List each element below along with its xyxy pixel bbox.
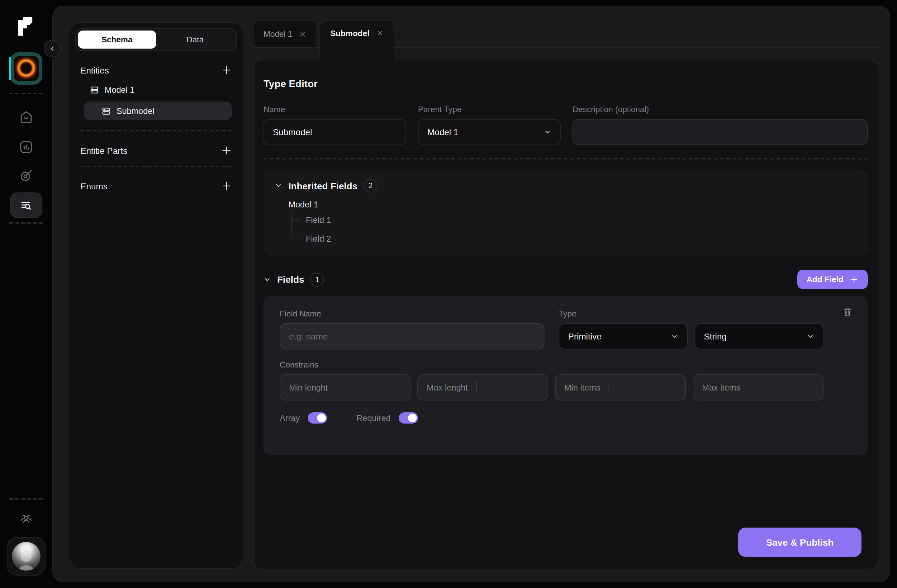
parent-type-select[interactable]: Model 1 (418, 119, 561, 145)
app-window: Schema Data Entities Model 1 (52, 6, 890, 582)
required-toggle[interactable] (399, 412, 418, 424)
type-label: Type (559, 309, 688, 318)
min-length-label: Min lenght (289, 383, 328, 392)
description-label: Description (optional) (572, 105, 868, 114)
entitie-parts-label: Entitie Parts (80, 145, 127, 155)
max-items-label: Max items (702, 383, 740, 392)
tab-label: Submodel (331, 29, 370, 38)
icon-rail (0, 0, 52, 588)
inherited-fields-tree: Field 1 Field 2 (290, 211, 857, 248)
person-silhouette-icon (12, 546, 40, 571)
chevron-down-icon[interactable] (263, 276, 271, 283)
add-enum-button[interactable] (221, 181, 232, 191)
parent-type-label: Parent Type (418, 105, 561, 114)
inherited-fields-card: Inherited Fields 2 Model 1 Field 1 Field… (263, 169, 868, 256)
app: Schema Data Entities Model 1 (0, 0, 897, 588)
workspace-avatar-image (14, 56, 38, 81)
divider (80, 166, 232, 167)
enums-section-header: Enums (80, 181, 232, 191)
analytics-icon[interactable] (19, 139, 34, 155)
divider (80, 130, 232, 132)
entity-icon (101, 106, 111, 116)
inherited-fields-title: Inherited Fields (288, 180, 358, 191)
max-length-field[interactable]: Max lenght (417, 374, 548, 401)
tab-schema[interactable]: Schema (78, 31, 156, 49)
min-items-label: Min items (564, 383, 600, 392)
max-length-label: Max lenght (427, 383, 468, 392)
fields-section-header: Fields 1 Add Field (263, 270, 868, 289)
close-icon[interactable] (299, 31, 307, 38)
field-editor-card: Field Name Type Primitive (263, 296, 868, 455)
list-search-icon (19, 198, 33, 212)
max-items-field[interactable]: Max items (693, 374, 824, 401)
entity-item-submodel[interactable]: Submodel (84, 101, 232, 120)
chevron-down-icon[interactable] (275, 182, 282, 189)
inherited-field-row: Field 1 (290, 211, 857, 229)
schema-panel: Schema Data Entities Model 1 (70, 22, 242, 569)
save-publish-button[interactable]: Save & Publish (738, 528, 862, 557)
primitive-type-select[interactable]: String (695, 323, 824, 349)
inherited-fields-count-badge: 2 (364, 179, 378, 193)
type-editor-form: Name Parent Type Model 1 Description (op… (263, 105, 868, 145)
toggle-knob (317, 413, 326, 422)
delete-field-trash-icon[interactable] (842, 306, 853, 317)
field-name-input[interactable] (289, 331, 535, 341)
page-title: Type Editor (263, 78, 868, 90)
field-name-field[interactable] (280, 323, 545, 349)
type-category-select[interactable]: Primitive (559, 323, 688, 349)
parent-type-value: Model 1 (427, 127, 458, 137)
collapse-sidebar-button[interactable] (44, 40, 61, 57)
editor-tab-model1[interactable]: Model 1 (253, 20, 317, 47)
min-length-field[interactable]: Min lenght (280, 374, 410, 401)
editor-tab-submodel[interactable]: Submodel (320, 20, 395, 61)
entities-section-header: Entities (80, 65, 232, 75)
add-entitie-part-button[interactable] (221, 145, 232, 156)
name-input[interactable] (273, 127, 397, 137)
entity-label: Model 1 (105, 85, 135, 94)
chevron-down-icon (807, 332, 814, 340)
goal-target-icon[interactable] (19, 168, 34, 183)
inherited-field-label: Field 2 (306, 234, 331, 243)
chevron-down-icon (671, 332, 678, 340)
home-icon[interactable] (19, 110, 34, 125)
entity-label: Submodel (116, 106, 155, 116)
entitie-parts-section-header: Entitie Parts (80, 145, 232, 156)
divider (9, 498, 43, 499)
description-input[interactable] (582, 127, 859, 137)
input-caret-divider (749, 382, 749, 393)
footer-divider (254, 516, 878, 516)
divider (9, 93, 43, 94)
chevron-down-icon (544, 128, 551, 136)
toggle-knob (408, 413, 417, 422)
add-field-button[interactable]: Add Field (798, 270, 868, 289)
description-field[interactable] (572, 119, 868, 145)
array-toggle[interactable] (308, 412, 328, 424)
user-avatar-button[interactable] (7, 537, 46, 576)
input-caret-divider (609, 382, 609, 393)
app-logo-icon (14, 15, 38, 40)
members-icon[interactable] (19, 512, 34, 527)
editor-tabbar: Model 1 Submodel (253, 20, 394, 61)
array-toggle-label: Array (280, 413, 300, 423)
add-field-label: Add Field (807, 275, 843, 284)
tree-connector (292, 239, 300, 239)
divider (263, 158, 868, 159)
tab-data[interactable]: Data (156, 31, 234, 49)
workspace-avatar[interactable] (10, 52, 42, 85)
name-field[interactable] (263, 119, 406, 145)
inherited-field-row: Field 2 (290, 229, 857, 248)
entity-item-model1[interactable]: Model 1 (80, 80, 232, 99)
fields-title: Fields (277, 274, 304, 285)
min-items-field[interactable]: Min items (555, 374, 686, 401)
tree-connector (292, 220, 300, 220)
entity-icon (90, 85, 99, 94)
user-avatar (12, 542, 40, 571)
constraints-grid: Min lenght Max lenght Min items Max (280, 374, 851, 401)
add-entity-button[interactable] (221, 65, 232, 75)
plus-icon (850, 275, 859, 284)
name-label: Name (263, 105, 406, 114)
constrains-label: Constrains (280, 360, 851, 369)
field-name-label: Field Name (280, 309, 545, 318)
schema-browser-nav-active[interactable] (10, 193, 42, 218)
close-icon[interactable] (376, 29, 384, 37)
